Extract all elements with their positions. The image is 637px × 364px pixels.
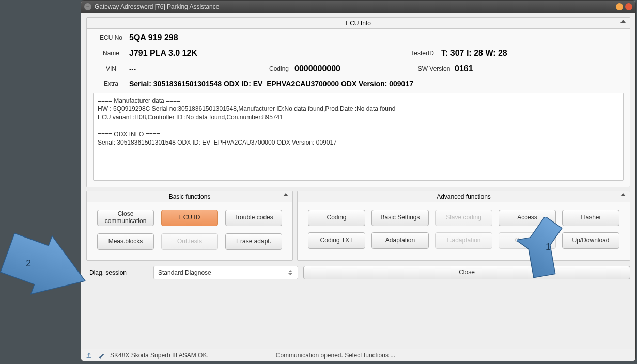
coding-txt-button[interactable]: Coding TXT [308, 232, 365, 249]
label-coding: Coding [263, 65, 294, 72]
basic-functions-group: Basic functions Close communication ECU … [86, 191, 293, 261]
callout-label-2: 2 [26, 258, 31, 269]
spinner-icon[interactable] [288, 268, 296, 277]
out-tests-button: Out.tests [161, 233, 218, 250]
advanced-functions-title: Advanced functions [437, 193, 491, 200]
l-adaptation-button: L.adaptation [435, 232, 492, 249]
label-extra: Extra [93, 80, 129, 87]
trouble-codes-button[interactable]: Trouble codes [225, 210, 282, 226]
diag-session-value: Standard Diagnose [158, 269, 211, 276]
value-name: J791 PLA 3.0 12K [129, 49, 398, 58]
callout-arrow-1: 1 [517, 217, 579, 284]
label-sw-version: SW Version [413, 65, 455, 72]
diag-session-label: Diag. session [86, 269, 148, 276]
collapse-icon[interactable] [620, 20, 626, 23]
advanced-functions-header[interactable]: Advanced functions [298, 191, 630, 202]
value-vin: --- [129, 65, 263, 73]
value-extra: Serial: 30518361501301548 ODX ID: EV_EPH… [129, 80, 413, 88]
ecu-info-dump[interactable]: ==== Manufacturer data ==== HW : 5Q09192… [93, 93, 624, 181]
label-ecu-no: ECU No [93, 34, 129, 41]
svg-marker-2 [0, 230, 93, 307]
titlebar[interactable]: ≡ Gateway Adressword [76] Parking Assist… [81, 1, 635, 13]
close-button[interactable]: Close [303, 266, 630, 279]
value-ecu-no: 5QA 919 298 [129, 33, 178, 42]
window-title: Gateway Adressword [76] Parking Assistan… [95, 3, 219, 10]
label-tester-id: TesterID [398, 50, 434, 57]
value-sw-version: 0161 [455, 64, 473, 73]
app-window: ≡ Gateway Adressword [76] Parking Assist… [81, 0, 636, 361]
value-coding: 0000000000 [294, 64, 413, 73]
callout-arrow-2: 2 [0, 230, 93, 307]
minimize-button[interactable] [616, 3, 623, 10]
ecu-id-button[interactable]: ECU ID [161, 210, 218, 226]
brush-icon[interactable] [98, 352, 105, 359]
adaptation-button[interactable]: Adaptation [371, 232, 429, 249]
label-vin: VIN [93, 65, 129, 72]
value-tester-id: T: 307 I: 28 W: 28 [441, 49, 507, 58]
diag-session-select[interactable]: Standard Diagnose [153, 266, 298, 279]
coding-button[interactable]: Coding [308, 210, 365, 226]
statusbar: SK48X Skoda Superb III ASAM OK. Communic… [81, 349, 635, 361]
ecu-info-title: ECU Info [346, 20, 371, 27]
basic-functions-title: Basic functions [169, 193, 211, 200]
ecu-info-header[interactable]: ECU Info [87, 18, 630, 29]
svg-rect-0 [87, 357, 91, 358]
collapse-icon[interactable] [620, 193, 626, 196]
ecu-info-group: ECU Info ECU No 5QA 919 298 Name J791 PL… [86, 17, 630, 187]
slave-coding-button: Slave coding [435, 210, 492, 226]
collapse-icon[interactable] [283, 193, 288, 196]
erase-adapt-button[interactable]: Erase adapt. [225, 233, 282, 250]
client-area: ECU Info ECU No 5QA 919 298 Name J791 PL… [81, 13, 635, 349]
close-communication-button[interactable]: Close communication [97, 210, 154, 226]
status-message: Communication opened. Select functions .… [276, 352, 395, 359]
window-close-button[interactable] [625, 3, 632, 10]
advanced-functions-group: Advanced functions Coding Basic Settings… [297, 191, 630, 261]
upload-icon[interactable] [85, 352, 92, 359]
basic-functions-header[interactable]: Basic functions [87, 191, 292, 202]
label-name: Name [93, 50, 129, 57]
basic-settings-button[interactable]: Basic Settings [371, 210, 429, 226]
status-vehicle: SK48X Skoda Superb III ASAM OK. [110, 352, 209, 359]
app-menu-icon[interactable]: ≡ [84, 3, 91, 10]
callout-label-1: 1 [546, 242, 551, 252]
meas-blocks-button[interactable]: Meas.blocks [97, 233, 154, 250]
